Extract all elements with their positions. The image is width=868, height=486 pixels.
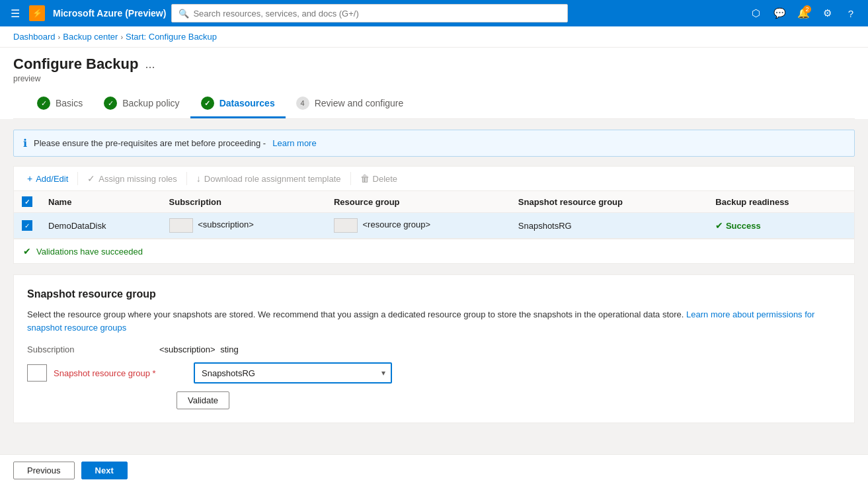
validation-success-icon: ✔ bbox=[23, 246, 31, 257]
tab-backup-policy[interactable]: ✓ Backup policy bbox=[93, 90, 190, 118]
row-subscription-value: <subscription> bbox=[198, 220, 254, 229]
breadcrumb-sep-2: › bbox=[120, 33, 123, 41]
row-snapshot-rg-cell: SnapshotsRG bbox=[510, 213, 708, 239]
breadcrumb-dashboard[interactable]: Dashboard bbox=[13, 32, 56, 42]
info-icon: ℹ bbox=[23, 137, 27, 149]
row-rg-value: <resource group> bbox=[363, 220, 431, 229]
check-icon: ✓ bbox=[87, 173, 95, 184]
add-edit-label: Add/Edit bbox=[36, 174, 68, 184]
info-banner-text: Please ensure the pre-requisites are met… bbox=[34, 138, 266, 148]
page-subtitle: preview bbox=[13, 74, 855, 83]
col-name: Name bbox=[40, 191, 161, 213]
snapshot-rg-label: Snapshot resource group * bbox=[54, 368, 186, 378]
delete-icon: 🗑 bbox=[360, 173, 370, 184]
menu-icon[interactable]: ☰ bbox=[7, 5, 24, 22]
delete-label: Delete bbox=[373, 174, 398, 184]
tab-basics-label: Basics bbox=[56, 98, 83, 108]
portal-icon-btn[interactable]: ⬡ bbox=[745, 3, 766, 24]
breadcrumb-configure-backup[interactable]: Start: Configure Backup bbox=[126, 32, 217, 42]
required-indicator: * bbox=[153, 368, 156, 378]
notification-badge: 2 bbox=[803, 5, 811, 13]
search-box[interactable]: 🔍 bbox=[171, 4, 568, 22]
col-checkbox: ✓ bbox=[14, 191, 40, 213]
row-subscription-cell: <subscription> bbox=[161, 213, 326, 239]
validation-row: ✔ Validations have succeeded bbox=[13, 239, 855, 264]
search-input[interactable] bbox=[193, 9, 561, 19]
tabs: ✓ Basics ✓ Backup policy ✓ Datasources 4… bbox=[13, 90, 855, 119]
tab-basics-check-icon: ✓ bbox=[37, 97, 50, 110]
snapshot-rg-select-wrap: SnapshotsRG ▾ bbox=[194, 362, 392, 384]
validation-text: Validations have succeeded bbox=[36, 247, 143, 257]
azure-logo-icon: ⚡ bbox=[29, 5, 45, 21]
toolbar-sep-2 bbox=[186, 172, 187, 185]
snapshot-section-desc: Select the resource group where your sna… bbox=[27, 308, 841, 334]
header-checkbox[interactable]: ✓ bbox=[22, 196, 32, 207]
row-checkbox[interactable]: ✓ bbox=[22, 220, 32, 231]
add-icon: + bbox=[27, 173, 32, 184]
breadcrumb: Dashboard › Backup center › Start: Confi… bbox=[0, 26, 868, 48]
snapshot-rg-select[interactable]: SnapshotsRG bbox=[194, 362, 392, 384]
validate-row: Validate bbox=[177, 391, 841, 409]
backup-readiness-value: Success bbox=[726, 221, 761, 231]
topbar: ☰ ⚡ Microsoft Azure (Preview) 🔍 ⬡ 💬 🔔 2 … bbox=[0, 0, 868, 26]
datasources-table: ✓ Name Subscription Resource group Snaps… bbox=[14, 191, 854, 239]
toolbar-sep-3 bbox=[350, 172, 351, 185]
breadcrumb-backup-center[interactable]: Backup center bbox=[63, 32, 118, 42]
more-options-icon[interactable]: ... bbox=[145, 58, 155, 71]
tab-backup-policy-label: Backup policy bbox=[122, 98, 179, 108]
tab-datasources-label: Datasources bbox=[219, 98, 275, 108]
breadcrumb-sep-1: › bbox=[58, 33, 61, 41]
validate-button[interactable]: Validate bbox=[177, 391, 229, 409]
success-check-icon: ✔ bbox=[715, 220, 723, 231]
row-backup-readiness-cell: ✔ Success bbox=[707, 213, 854, 239]
download-template-label: Download role assignment template bbox=[204, 174, 341, 184]
learn-more-link[interactable]: Learn more bbox=[272, 138, 316, 148]
row-name-cell: DemoDataDisk bbox=[40, 213, 161, 239]
toolbar-sep-1 bbox=[77, 172, 78, 185]
table-container: ✓ Name Subscription Resource group Snaps… bbox=[13, 190, 855, 239]
subscription-form-row: Subscription <subscription> sting bbox=[27, 344, 841, 354]
col-snapshot-rg: Snapshot resource group bbox=[510, 191, 708, 213]
download-icon: ↓ bbox=[196, 173, 201, 184]
delete-button[interactable]: 🗑 Delete bbox=[354, 171, 405, 186]
tab-review-label: Review and configure bbox=[315, 98, 404, 108]
help-icon-btn[interactable]: ? bbox=[840, 3, 861, 24]
snapshot-section: Snapshot resource group Select the resou… bbox=[13, 274, 855, 423]
notification-icon-btn[interactable]: 🔔 2 bbox=[793, 3, 814, 24]
feedback-icon-btn[interactable]: 💬 bbox=[769, 3, 790, 24]
col-backup-readiness: Backup readiness bbox=[707, 191, 854, 213]
page-header: Configure Backup ... preview ✓ Basics ✓ … bbox=[0, 48, 868, 119]
main-content: ℹ Please ensure the pre-requisites are m… bbox=[0, 119, 868, 450]
subscription-value: <subscription> sting bbox=[159, 344, 239, 354]
tab-basics[interactable]: ✓ Basics bbox=[26, 90, 93, 118]
assign-roles-label: Assign missing roles bbox=[99, 174, 177, 184]
row-checkbox-cell: ✓ bbox=[14, 213, 40, 239]
settings-icon-btn[interactable]: ⚙ bbox=[816, 3, 838, 24]
table-header-row: ✓ Name Subscription Resource group Snaps… bbox=[14, 191, 854, 213]
download-template-button[interactable]: ↓ Download role assignment template bbox=[190, 171, 348, 186]
topbar-right: ⬡ 💬 🔔 2 ⚙ ? bbox=[745, 3, 861, 24]
app-title: Microsoft Azure (Preview) bbox=[53, 8, 166, 19]
add-edit-button[interactable]: + Add/Edit bbox=[20, 171, 75, 186]
toolbar: + Add/Edit ✓ Assign missing roles ↓ Down… bbox=[13, 166, 855, 190]
col-resource-group: Resource group bbox=[326, 191, 510, 213]
tab-datasources-check-icon: ✓ bbox=[201, 97, 214, 110]
page-title: Configure Backup bbox=[13, 56, 138, 73]
tab-review-configure[interactable]: 4 Review and configure bbox=[286, 90, 414, 118]
subscription-label: Subscription bbox=[27, 344, 146, 354]
table-row[interactable]: ✓ DemoDataDisk <subscription> <resource … bbox=[14, 213, 854, 239]
assign-roles-button[interactable]: ✓ Assign missing roles bbox=[81, 171, 184, 186]
col-subscription: Subscription bbox=[161, 191, 326, 213]
sub-input-box bbox=[27, 364, 47, 382]
info-banner: ℹ Please ensure the pre-requisites are m… bbox=[13, 130, 855, 157]
tab-datasources[interactable]: ✓ Datasources bbox=[190, 90, 286, 118]
snapshot-section-title: Snapshot resource group bbox=[27, 288, 841, 300]
tab-review-num: 4 bbox=[296, 97, 309, 110]
snapshot-rg-form-group: Snapshot resource group * SnapshotsRG ▾ bbox=[27, 362, 841, 384]
tab-backup-policy-check-icon: ✓ bbox=[104, 97, 117, 110]
row-resource-group-cell: <resource group> bbox=[326, 213, 510, 239]
